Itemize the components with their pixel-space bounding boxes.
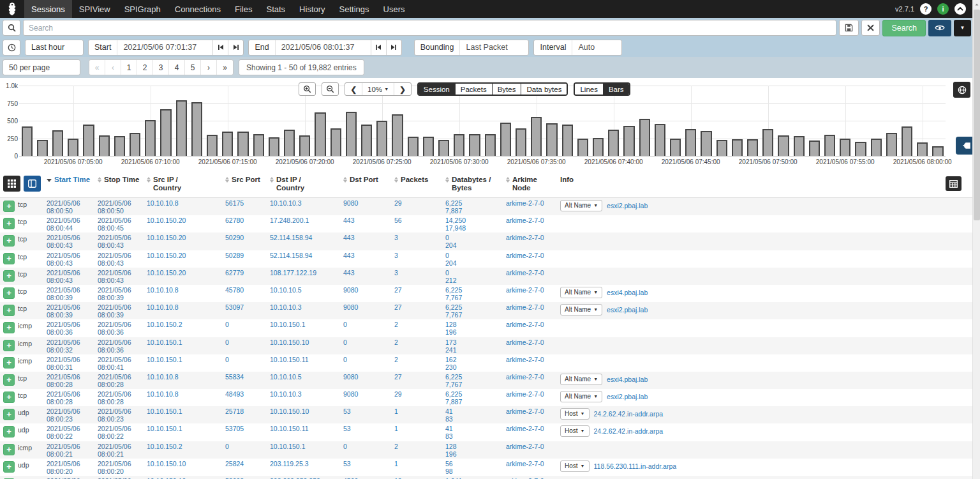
- info-value-link[interactable]: esxi4.pbaj.lab: [607, 287, 648, 296]
- bar[interactable]: [546, 123, 557, 156]
- dst-port-link[interactable]: 53: [343, 459, 394, 476]
- databytes-bytes-value[interactable]: 1,0411,615: [445, 476, 506, 479]
- src-ip-link[interactable]: 10.10.150.1: [147, 423, 225, 441]
- expand-session-button[interactable]: +: [3, 201, 15, 212]
- databytes-bytes-value[interactable]: 6,2257,767: [445, 372, 506, 389]
- info-field-dropdown[interactable]: Alt Name▼: [560, 391, 602, 402]
- bar[interactable]: [485, 134, 496, 156]
- column-header-stop-time[interactable]: Stop Time: [98, 171, 147, 197]
- bar[interactable]: [670, 139, 681, 156]
- column-header-arkime-node[interactable]: Arkime Node: [506, 171, 560, 197]
- start-time-input[interactable]: 2021/05/06 07:01:37: [117, 40, 212, 55]
- bar[interactable]: [145, 120, 156, 156]
- start-skip-forward-icon[interactable]: [228, 40, 243, 55]
- time-range-select[interactable]: Last hour: [25, 40, 84, 56]
- bar[interactable]: [593, 138, 604, 156]
- dst-port-link[interactable]: 443: [343, 232, 394, 250]
- expand-session-button[interactable]: +: [3, 357, 15, 369]
- dst-ip-link[interactable]: 10.10.150.11: [270, 423, 343, 441]
- graph-series-session[interactable]: Session: [419, 84, 456, 95]
- dst-ip-link[interactable]: 10.10.150.10: [270, 406, 343, 423]
- bar[interactable]: [99, 135, 110, 156]
- bar[interactable]: [361, 125, 372, 156]
- bar[interactable]: [516, 128, 526, 156]
- info-field-dropdown[interactable]: Host▼: [560, 408, 590, 420]
- src-ip-link[interactable]: 10.10.10.8: [147, 285, 225, 302]
- search-actions-caret-button[interactable]: ▼: [954, 20, 971, 36]
- column-header-src-ip-country[interactable]: Src IP / Country: [147, 171, 225, 197]
- packets-value[interactable]: 27: [394, 372, 445, 389]
- column-header-start-time[interactable]: Start Time: [47, 171, 98, 197]
- info-value-link[interactable]: esxi4.pbaj.lab: [607, 374, 648, 383]
- dst-port-link[interactable]: 4500: [343, 476, 394, 479]
- arkime-node-link[interactable]: arkime-2-7-0: [506, 441, 560, 459]
- column-header-databytes-bytes[interactable]: Databytes / Bytes: [445, 171, 506, 197]
- views-eye-button[interactable]: [928, 20, 951, 36]
- dst-ip-link[interactable]: 10.10.150.10: [270, 337, 343, 354]
- bar[interactable]: [237, 132, 248, 156]
- bar[interactable]: [269, 137, 279, 156]
- src-port-link[interactable]: 45780: [225, 285, 270, 302]
- bar[interactable]: [191, 102, 202, 156]
- src-port-link[interactable]: 48493: [225, 389, 270, 406]
- bar[interactable]: [299, 135, 310, 156]
- databytes-bytes-value[interactable]: 162230: [445, 354, 506, 372]
- src-port-link[interactable]: 0: [225, 337, 270, 354]
- src-port-link[interactable]: 53705: [225, 423, 270, 441]
- info-value-link[interactable]: 118.56.230.111.in-addr.arpa: [594, 460, 677, 470]
- dst-port-link[interactable]: 0: [343, 441, 394, 459]
- bar[interactable]: [315, 112, 325, 156]
- src-port-link[interactable]: 0: [225, 319, 270, 337]
- save-search-icon[interactable]: [839, 20, 859, 36]
- dst-port-link[interactable]: 9080: [343, 198, 394, 215]
- src-port-link[interactable]: 25824: [225, 459, 270, 476]
- dst-ip-link[interactable]: 203.202.252.252: [270, 476, 343, 479]
- page-button[interactable]: »: [217, 60, 233, 75]
- column-header-dst-port[interactable]: Dst Port: [343, 171, 394, 197]
- page-button[interactable]: 3: [153, 60, 169, 75]
- bar[interactable]: [37, 140, 48, 156]
- page-button[interactable]: ›: [201, 60, 217, 75]
- dst-ip-link[interactable]: 10.10.10.3: [270, 389, 343, 406]
- info-field-dropdown[interactable]: Alt Name▼: [560, 304, 602, 316]
- src-ip-link[interactable]: 10.10.150.1: [147, 354, 225, 372]
- packets-value[interactable]: 13: [394, 476, 445, 479]
- page-button[interactable]: 4: [169, 60, 185, 75]
- end-skip-forward-icon[interactable]: [386, 40, 401, 55]
- bar[interactable]: [330, 128, 341, 156]
- bar[interactable]: [871, 139, 882, 156]
- zoom-out-icon[interactable]: [322, 82, 339, 96]
- arkime-node-link[interactable]: arkime-2-7-0: [506, 285, 560, 302]
- arkime-node-link[interactable]: arkime-2-7-0: [506, 372, 560, 389]
- nav-item-spigraph[interactable]: SPIGraph: [117, 0, 168, 18]
- databytes-bytes-value[interactable]: 4183: [445, 406, 506, 423]
- bar-chart-plot[interactable]: 02505007501.0k2021/05/06 07:05:002021/05…: [19, 86, 946, 156]
- info-field-dropdown[interactable]: Host▼: [560, 425, 590, 437]
- nav-item-files[interactable]: Files: [228, 0, 259, 18]
- pan-left-icon[interactable]: ❮: [345, 83, 362, 95]
- databytes-bytes-value[interactable]: 14,25017,948: [445, 215, 506, 232]
- bar[interactable]: [531, 117, 542, 156]
- dst-port-link[interactable]: 0: [343, 354, 394, 372]
- search-input[interactable]: [23, 20, 836, 36]
- src-port-link[interactable]: 25718: [225, 406, 270, 423]
- dst-port-link[interactable]: 443: [343, 268, 394, 285]
- expand-session-button[interactable]: +: [3, 340, 15, 351]
- bar[interactable]: [732, 139, 743, 156]
- bar[interactable]: [608, 130, 619, 156]
- pan-right-icon[interactable]: ❯: [394, 83, 411, 95]
- packets-value[interactable]: 2: [394, 337, 445, 354]
- src-ip-link[interactable]: 10.10.150.10: [147, 459, 225, 476]
- nav-item-connections[interactable]: Connections: [168, 0, 228, 18]
- dst-ip-link[interactable]: 10.10.10.5: [270, 372, 343, 389]
- packets-value[interactable]: 3: [394, 232, 445, 250]
- packets-value[interactable]: 27: [394, 285, 445, 302]
- info-value-link[interactable]: esxi2.pbaj.lab: [607, 391, 648, 400]
- zoom-in-icon[interactable]: [299, 82, 316, 96]
- bar[interactable]: [639, 119, 650, 156]
- info-value-link[interactable]: esxi2.pbaj.lab: [607, 304, 648, 314]
- src-ip-link[interactable]: 10.10.150.20: [147, 250, 225, 268]
- arkime-node-link[interactable]: arkime-2-7-0: [506, 198, 560, 215]
- bar[interactable]: [794, 136, 805, 156]
- dst-port-link[interactable]: 0: [343, 319, 394, 337]
